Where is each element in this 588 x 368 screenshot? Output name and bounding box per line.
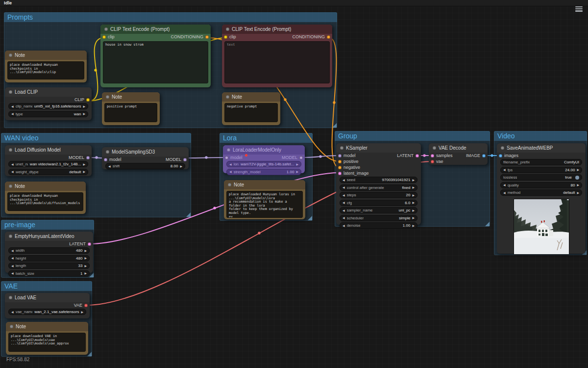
output-slot-model[interactable] bbox=[299, 156, 303, 159]
decrement-icon[interactable]: ◀ bbox=[343, 201, 345, 204]
group-pre-image-header[interactable]: pre-image bbox=[1, 220, 94, 230]
node-header[interactable]: VAE Decode bbox=[429, 143, 488, 153]
increment-icon[interactable]: ▶ bbox=[296, 170, 298, 173]
increment-icon[interactable]: ▶ bbox=[412, 224, 415, 227]
increment-icon[interactable]: ▶ bbox=[84, 249, 87, 252]
node-header[interactable]: ModelSamplingSD3 bbox=[102, 147, 189, 157]
resize-handle-icon[interactable] bbox=[308, 216, 312, 220]
increment-icon[interactable]: ▶ bbox=[412, 216, 415, 219]
toggle-icon[interactable] bbox=[575, 176, 579, 180]
resize-handle-icon[interactable] bbox=[186, 212, 191, 217]
decrement-icon[interactable]: ◀ bbox=[11, 264, 14, 267]
decrement-icon[interactable]: ◀ bbox=[343, 186, 345, 189]
increment-icon[interactable]: ▶ bbox=[81, 311, 83, 314]
decrement-icon[interactable]: ◀ bbox=[343, 224, 345, 227]
prompt-textarea[interactable]: text bbox=[224, 41, 330, 83]
group-wan-video-header[interactable]: WAN video bbox=[1, 133, 191, 143]
note-text[interactable]: place downloaded Hunyuan loras in ...\Co… bbox=[226, 191, 303, 218]
decrement-icon[interactable]: ◀ bbox=[11, 112, 14, 115]
increment-icon[interactable]: ▶ bbox=[84, 272, 87, 275]
collapse-dot-icon[interactable] bbox=[226, 27, 229, 31]
input-slot-vae[interactable] bbox=[431, 160, 434, 163]
node-model-sampling-sd3[interactable]: ModelSamplingSD3 model MODEL ◀shift8.00▶ bbox=[102, 147, 189, 169]
node-header[interactable]: Note bbox=[102, 92, 160, 102]
note-text[interactable]: place downloaded VAE in ...\ComfyUI\mode… bbox=[8, 333, 86, 352]
group-group-header[interactable]: Group bbox=[335, 131, 490, 141]
decrement-icon[interactable]: ◀ bbox=[11, 311, 14, 314]
decrement-icon[interactable]: ◀ bbox=[503, 184, 506, 186]
decrement-icon[interactable]: ◀ bbox=[108, 165, 111, 168]
decrement-icon[interactable]: ◀ bbox=[343, 179, 345, 182]
collapse-dot-icon[interactable] bbox=[433, 146, 436, 150]
increment-icon[interactable]: ▶ bbox=[83, 105, 85, 108]
resize-handle-icon[interactable] bbox=[485, 222, 490, 226]
increment-icon[interactable]: ▶ bbox=[412, 194, 415, 197]
node-header[interactable]: LoraLoaderModelOnly bbox=[223, 145, 305, 155]
collapse-dot-icon[interactable] bbox=[340, 146, 343, 150]
input-slot-latent-image[interactable] bbox=[338, 172, 342, 175]
collapse-dot-icon[interactable] bbox=[227, 148, 230, 152]
decrement-icon[interactable]: ◀ bbox=[343, 209, 345, 212]
widget-cfg[interactable]: ◀cfg6.0▶ bbox=[340, 200, 417, 206]
input-slot-model[interactable] bbox=[104, 158, 107, 161]
increment-icon[interactable]: ▶ bbox=[412, 179, 415, 182]
widget-lora-name[interactable]: ◀lora_namewan\T2V-jiggle_tits-14b.safet.… bbox=[226, 161, 301, 167]
increment-icon[interactable]: ▶ bbox=[84, 257, 87, 260]
group-lora-header[interactable]: Lora bbox=[220, 133, 313, 143]
output-slot-vae[interactable] bbox=[84, 304, 88, 307]
decrement-icon[interactable]: ◀ bbox=[11, 272, 14, 275]
increment-icon[interactable]: ▶ bbox=[180, 165, 182, 168]
increment-icon[interactable]: ▶ bbox=[83, 112, 85, 115]
increment-icon[interactable]: ▶ bbox=[577, 168, 579, 171]
increment-icon[interactable]: ▶ bbox=[84, 264, 87, 267]
widget-fps[interactable]: ◀fps24.00▶ bbox=[500, 167, 582, 173]
node-load-vae[interactable]: Load VAE VAE ◀vae_namewan_2.1_vae.safete… bbox=[5, 293, 90, 318]
node-clip-text-encode-positive[interactable]: CLIP Text Encode (Prompt) clip CONDITION… bbox=[100, 25, 211, 87]
collapse-dot-icon[interactable] bbox=[9, 148, 12, 152]
output-slot-conditioning[interactable] bbox=[327, 35, 330, 39]
increment-icon[interactable]: ▶ bbox=[83, 170, 85, 173]
input-slot-samples[interactable] bbox=[431, 154, 434, 158]
widget-batch-size[interactable]: ◀batch_size1▶ bbox=[8, 270, 90, 277]
widget-control-after-generate[interactable]: ◀control after generatefixed▶ bbox=[340, 184, 417, 191]
widget-type[interactable]: ◀typewan▶ bbox=[8, 111, 88, 117]
widget-unet-name[interactable]: ◀unet_namewan video\wan2.1_t2v_14B...▶ bbox=[8, 161, 88, 167]
decrement-icon[interactable]: ◀ bbox=[343, 216, 345, 219]
widget-width[interactable]: ◀width480▶ bbox=[8, 247, 90, 254]
node-header[interactable]: KSampler bbox=[336, 143, 421, 153]
node-header[interactable]: Note bbox=[5, 182, 86, 191]
widget-vae-name[interactable]: ◀vae_namewan_2.1_vae.safetensors▶ bbox=[8, 309, 86, 315]
decrement-icon[interactable]: ◀ bbox=[11, 170, 14, 173]
menu-icon[interactable] bbox=[575, 6, 583, 12]
note-text[interactable]: place downloaded Hunyuan checkpoints in … bbox=[7, 61, 84, 79]
prompt-textarea[interactable]: house in snow strom bbox=[103, 41, 208, 83]
decrement-icon[interactable]: ◀ bbox=[11, 249, 14, 252]
widget-lossless[interactable]: losslesstrue bbox=[500, 174, 582, 181]
widget-steps[interactable]: ◀steps20▶ bbox=[340, 192, 417, 198]
node-header[interactable]: Note bbox=[222, 92, 280, 102]
output-slot-clip[interactable] bbox=[86, 98, 90, 102]
input-slot-positive[interactable] bbox=[338, 160, 342, 163]
node-note-vae[interactable]: Note place downloaded VAE in ...\ComfyUI… bbox=[6, 322, 88, 355]
node-header[interactable]: Load VAE bbox=[5, 293, 90, 302]
node-note-clip[interactable]: Note place downloaded Hunyuan checkpoint… bbox=[5, 51, 87, 82]
increment-icon[interactable]: ▶ bbox=[83, 163, 85, 166]
group-prompts-header[interactable]: Prompts bbox=[4, 12, 337, 22]
node-note-positive[interactable]: Note positive prompt bbox=[102, 92, 160, 125]
node-header[interactable]: CLIP Text Encode (Prompt) bbox=[100, 25, 211, 34]
collapse-dot-icon[interactable] bbox=[9, 184, 12, 188]
node-header[interactable]: EmptyHunyuanLatentVideo bbox=[5, 232, 93, 241]
group-vae-header[interactable]: VAE bbox=[1, 281, 92, 291]
increment-icon[interactable]: ▶ bbox=[412, 209, 415, 212]
collapse-dot-icon[interactable] bbox=[104, 27, 108, 31]
widget-weight-dtype[interactable]: ◀weight_dtypedefault▶ bbox=[8, 169, 88, 175]
node-load-clip[interactable]: Load CLIP CLIP ◀clip_nameumt5_xxl_fp16.s… bbox=[5, 87, 92, 120]
node-empty-hunyuan-latent-video[interactable]: EmptyHunyuanLatentVideo LATENT ◀width480… bbox=[5, 232, 93, 273]
input-slot-clip[interactable] bbox=[224, 35, 227, 39]
collapse-dot-icon[interactable] bbox=[9, 235, 12, 238]
node-header[interactable]: Load CLIP bbox=[5, 87, 92, 97]
collapse-dot-icon[interactable] bbox=[9, 90, 12, 94]
node-note-diffusion[interactable]: Note place downloaded Hunyuan checkpoint… bbox=[5, 182, 86, 214]
widget-filename-prefix[interactable]: filename_prefixComfyUI bbox=[500, 159, 582, 165]
output-slot-latent[interactable] bbox=[416, 154, 419, 158]
